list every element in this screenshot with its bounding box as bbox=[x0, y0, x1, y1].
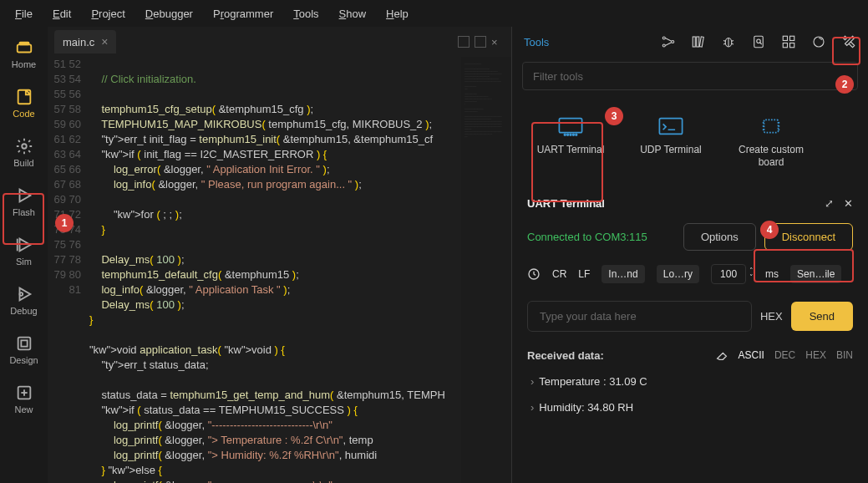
layout-icon[interactable] bbox=[475, 36, 486, 48]
uart-title: UART Terminal bbox=[527, 197, 605, 210]
fmt-ascii[interactable]: ASCII bbox=[739, 349, 764, 361]
interval-stepper[interactable]: 100 ˄˅ bbox=[711, 264, 754, 284]
erase-icon[interactable] bbox=[715, 348, 728, 362]
design-icon bbox=[15, 334, 33, 353]
terminal-icon bbox=[556, 115, 585, 137]
annotation-2: 2 bbox=[835, 75, 854, 94]
sidebar-item-code[interactable]: Code bbox=[4, 84, 44, 122]
stepper-arrows[interactable]: ˄˅ bbox=[749, 267, 754, 281]
menu-help[interactable]: Help bbox=[378, 4, 417, 23]
svg-point-36 bbox=[567, 134, 569, 135]
interval-value[interactable]: 100 bbox=[711, 264, 746, 284]
tab-main-c[interactable]: main.c × bbox=[54, 30, 116, 53]
hex-toggle[interactable]: HEX bbox=[760, 310, 783, 323]
grid-icon[interactable] bbox=[781, 34, 796, 49]
menu-edit[interactable]: Edit bbox=[44, 4, 79, 23]
data-input[interactable]: Type your data here bbox=[527, 301, 752, 332]
refresh-icon[interactable] bbox=[811, 34, 826, 49]
svg-point-3 bbox=[22, 144, 27, 149]
lineend-select[interactable]: In…nd bbox=[602, 265, 644, 283]
svg-marker-5 bbox=[19, 239, 30, 252]
code-body[interactable]: 51 52 53 54 55 56 57 58 59 60 61 62 63 6… bbox=[48, 57, 511, 483]
fmt-dec[interactable]: DEC bbox=[774, 349, 795, 361]
tools-icon[interactable] bbox=[841, 34, 856, 49]
code-lines[interactable]: // Click initialization. temphum15_cfg_s… bbox=[89, 57, 461, 483]
lf-toggle[interactable]: LF bbox=[578, 268, 590, 280]
minimap[interactable]: ▪▪▪▪▪▪▪▪▪▪▪▪▪▪▪▪▪▪▪▪▪▪▪▪▪▪▪▪ ▪▪▪▪▪▪▪▪▪▪▪… bbox=[461, 57, 511, 483]
sidebar-item-new[interactable]: New bbox=[4, 380, 44, 418]
svg-marker-7 bbox=[19, 288, 30, 301]
sidebar-item-home[interactable]: Home bbox=[4, 35, 44, 73]
clock-icon[interactable] bbox=[527, 267, 541, 281]
line-gutter: 51 52 53 54 55 56 57 58 59 60 61 62 63 6… bbox=[48, 57, 89, 483]
tile-uart-terminal[interactable]: UART Terminal bbox=[529, 107, 612, 177]
debug-icon bbox=[15, 285, 33, 303]
ms-label: ms bbox=[765, 268, 779, 280]
svg-point-37 bbox=[570, 134, 571, 135]
filter-placeholder: Filter tools bbox=[533, 70, 583, 83]
cr-toggle[interactable]: CR bbox=[552, 268, 566, 280]
tile-udp-terminal[interactable]: UDP Terminal bbox=[629, 107, 713, 177]
tile-custom-board[interactable]: Create custom board bbox=[729, 107, 813, 177]
annotation-1: 1 bbox=[55, 214, 74, 232]
sidebar-item-flash[interactable]: Flash bbox=[4, 183, 44, 221]
svg-line-22 bbox=[723, 41, 725, 42]
svg-rect-26 bbox=[754, 36, 764, 48]
menu-show[interactable]: Show bbox=[331, 4, 375, 23]
svg-rect-19 bbox=[699, 37, 703, 47]
svg-line-24 bbox=[723, 43, 725, 44]
options-button[interactable]: Options bbox=[683, 223, 756, 251]
menu-programmer[interactable]: Programmer bbox=[205, 4, 282, 23]
svg-rect-30 bbox=[790, 36, 794, 40]
svg-rect-34 bbox=[559, 119, 581, 133]
svg-point-16 bbox=[672, 41, 674, 43]
sidebar-label: Debug bbox=[10, 306, 37, 316]
right-panel-top: Tools bbox=[512, 27, 868, 57]
sidebar-item-sim[interactable]: Sim bbox=[4, 232, 44, 270]
filter-input[interactable]: Filter tools bbox=[522, 62, 858, 90]
close-icon[interactable]: × bbox=[491, 36, 503, 48]
svg-line-23 bbox=[732, 41, 733, 42]
bug-icon[interactable] bbox=[721, 34, 736, 49]
svg-rect-10 bbox=[21, 340, 27, 346]
tool-tiles: UART Terminal UDP Terminal Create custom… bbox=[512, 95, 868, 189]
svg-rect-29 bbox=[783, 36, 787, 40]
sidebar-item-build[interactable]: Build bbox=[4, 134, 44, 171]
received-title: Received data: bbox=[527, 349, 705, 362]
tile-label: UDP Terminal bbox=[640, 144, 702, 156]
close-icon[interactable]: ✕ bbox=[844, 197, 853, 210]
sidebar-item-debug[interactable]: Debug bbox=[4, 282, 44, 319]
fmt-bin[interactable]: BIN bbox=[836, 349, 853, 361]
svg-point-14 bbox=[662, 37, 665, 39]
sidebar-label: Sim bbox=[16, 257, 32, 267]
right-panel: Tools Filter tools UART Terminal UDP Ter… bbox=[511, 27, 868, 483]
fmt-hex[interactable]: HEX bbox=[805, 349, 826, 361]
loop-select[interactable]: Lo…ry bbox=[657, 265, 699, 283]
menu-tools[interactable]: Tools bbox=[285, 4, 327, 23]
graph-icon[interactable] bbox=[661, 34, 676, 49]
menu-file[interactable]: File bbox=[7, 4, 41, 23]
svg-rect-40 bbox=[659, 119, 682, 135]
tile-label: Create custom board bbox=[733, 144, 810, 169]
tools-tab[interactable]: Tools bbox=[524, 36, 549, 48]
uart-header: UART Terminal ⤢ ✕ bbox=[512, 189, 868, 218]
tool-icons bbox=[661, 34, 856, 49]
menu-debugger[interactable]: Debugger bbox=[137, 4, 201, 23]
send-button[interactable]: Send bbox=[791, 302, 853, 331]
sidebar-label: Build bbox=[13, 158, 33, 168]
library-icon[interactable] bbox=[691, 34, 706, 49]
home-icon bbox=[15, 38, 33, 57]
layout-icon[interactable] bbox=[458, 36, 470, 48]
menubar: File Edit Project Debugger Programmer To… bbox=[0, 0, 868, 27]
received-header: Received data: ASCII DEC HEX BIN bbox=[512, 340, 868, 370]
svg-marker-4 bbox=[19, 190, 30, 202]
terminal-icon bbox=[657, 115, 685, 137]
gear-icon bbox=[15, 137, 33, 155]
menu-project[interactable]: Project bbox=[83, 4, 133, 23]
search-icon[interactable] bbox=[751, 34, 766, 49]
sidebar-item-design[interactable]: Design bbox=[4, 331, 44, 369]
expand-icon[interactable]: ⤢ bbox=[825, 197, 834, 210]
close-icon[interactable]: × bbox=[101, 35, 108, 48]
annotation-3: 3 bbox=[605, 107, 623, 125]
sendfile-select[interactable]: Sen…ile bbox=[790, 265, 841, 283]
